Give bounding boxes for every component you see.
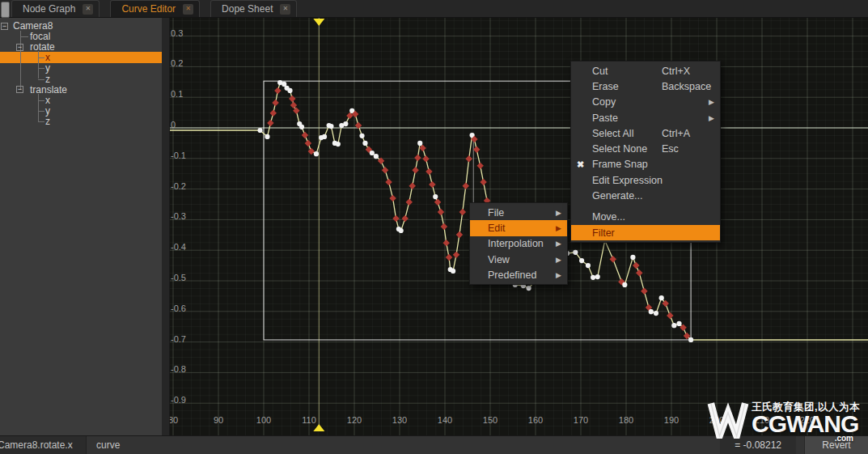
- keyframe-point-selected[interactable]: [274, 87, 281, 94]
- keyframe-point[interactable]: [659, 295, 664, 300]
- keyframe-point[interactable]: [328, 124, 333, 129]
- keyframe-point[interactable]: [671, 323, 676, 328]
- tree-item-rotate[interactable]: rotate: [30, 41, 55, 53]
- keyframe-point-selected[interactable]: [459, 209, 466, 215]
- tree-scrollbar-track[interactable]: [162, 18, 170, 435]
- keyframe-point-selected[interactable]: [302, 132, 308, 138]
- keyframe-point[interactable]: [622, 282, 627, 287]
- menu-item-view[interactable]: View▶: [470, 252, 567, 267]
- keyframe-point[interactable]: [433, 194, 438, 199]
- keyframe-point-selected[interactable]: [401, 215, 408, 222]
- menu-item-filter[interactable]: Filter: [571, 225, 720, 240]
- menu-item-file[interactable]: File▶: [470, 205, 567, 220]
- keyframe-point-selected[interactable]: [456, 231, 463, 238]
- menu-item-interpolation[interactable]: Interpolation▶: [470, 236, 567, 252]
- keyframe-point-selected[interactable]: [422, 155, 429, 162]
- keyframe-point-selected[interactable]: [633, 262, 639, 269]
- keyframe-point[interactable]: [287, 88, 292, 93]
- tree-item-z[interactable]: z: [45, 116, 50, 127]
- tree-item-x[interactable]: x: [45, 95, 50, 106]
- keyframe-point[interactable]: [399, 228, 404, 233]
- keyframe-point[interactable]: [359, 134, 364, 138]
- menu-item-edit-expression[interactable]: Edit Expression: [571, 172, 720, 188]
- keyframe-point-selected[interactable]: [446, 254, 452, 261]
- menu-item-cut[interactable]: CutCtrl+X: [571, 63, 720, 78]
- tree-item-translate[interactable]: translate: [30, 84, 67, 95]
- tab-curve-editor[interactable]: Curve Editor✕: [110, 0, 200, 17]
- menu-item-label: Move...: [571, 211, 625, 223]
- keyframe-point[interactable]: [586, 263, 591, 268]
- tab-dope-sheet[interactable]: Dope Sheet✕: [210, 0, 297, 17]
- keyframe-point[interactable]: [527, 286, 531, 291]
- tree-expander-minus-icon[interactable]: −: [1, 23, 8, 30]
- playhead-marker-top[interactable]: [313, 19, 324, 26]
- keyframe-point-selected[interactable]: [392, 215, 399, 222]
- keyframe-point[interactable]: [451, 269, 455, 274]
- tab-close-icon[interactable]: ✕: [183, 4, 193, 15]
- keyframe-point[interactable]: [370, 151, 375, 155]
- menu-item-predefined[interactable]: Predefined▶: [470, 267, 567, 282]
- keyframe-point-selected[interactable]: [667, 312, 673, 319]
- keyframe-point-selected[interactable]: [465, 155, 472, 162]
- keyframe-point-selected[interactable]: [414, 155, 421, 161]
- tab-label: Dope Sheet: [222, 3, 273, 15]
- keyframe-point-selected[interactable]: [610, 256, 616, 262]
- menu-item-edit[interactable]: Edit▶: [470, 220, 567, 235]
- tree-expander-minus-icon[interactable]: −: [16, 86, 23, 93]
- tree-item-focal[interactable]: focal: [30, 31, 50, 42]
- current-curve-name-box[interactable]: Camera8.rotate.x: [0, 436, 87, 454]
- pane-corner-widget[interactable]: [1, 2, 10, 18]
- keyframe-point[interactable]: [676, 321, 681, 326]
- menu-item-frame-snap[interactable]: ✖Frame Snap: [571, 157, 720, 172]
- tree-item-z[interactable]: z: [45, 74, 50, 85]
- keyframe-point[interactable]: [630, 255, 635, 260]
- keyframe-point[interactable]: [579, 258, 584, 263]
- tree-item-y[interactable]: y: [45, 105, 50, 117]
- tab-close-icon[interactable]: ✕: [83, 4, 93, 15]
- keyframe-point-selected[interactable]: [442, 240, 449, 246]
- keyframe-point[interactable]: [343, 121, 348, 126]
- keyframe-point-selected[interactable]: [270, 110, 277, 117]
- keyframe-point-selected[interactable]: [409, 183, 415, 189]
- tree-expander-minus-icon[interactable]: −: [16, 44, 23, 51]
- keyframe-point-selected[interactable]: [305, 140, 311, 146]
- keyframe-point[interactable]: [362, 141, 367, 146]
- keyframe-point[interactable]: [591, 275, 595, 280]
- keyframe-point[interactable]: [336, 142, 341, 146]
- tab-node-graph[interactable]: Node Graph✕: [11, 0, 100, 17]
- keyframe-point[interactable]: [595, 274, 600, 279]
- playhead-marker-bottom[interactable]: [313, 424, 324, 431]
- tab-close-icon[interactable]: ✕: [280, 4, 290, 15]
- keyframe-point[interactable]: [688, 337, 693, 342]
- menu-item-generate[interactable]: Generate...: [571, 188, 720, 203]
- keyframe-point[interactable]: [314, 151, 319, 156]
- keyframe-point[interactable]: [654, 311, 658, 316]
- keyframe-point-selected[interactable]: [438, 209, 444, 215]
- keyframe-point-selected[interactable]: [476, 163, 483, 169]
- menu-item-erase[interactable]: EraseBackspace: [571, 78, 720, 94]
- keyframe-point-selected[interactable]: [636, 269, 642, 276]
- menu-item-select-all[interactable]: Select AllCtrl+A: [571, 125, 720, 141]
- keyframe-point[interactable]: [573, 250, 578, 255]
- keyframe-point[interactable]: [374, 154, 379, 159]
- keyframe-point-selected[interactable]: [429, 181, 435, 188]
- tree-item-camera8[interactable]: Camera8: [13, 20, 53, 32]
- menu-item-label: Copy: [571, 96, 616, 108]
- menu-item-copy[interactable]: Copy▶: [571, 95, 720, 110]
- keyframe-point[interactable]: [417, 141, 422, 146]
- keyframe-point[interactable]: [265, 134, 269, 139]
- keyframe-point[interactable]: [322, 134, 327, 139]
- menu-item-move[interactable]: Move...: [571, 210, 720, 225]
- keyframe-point[interactable]: [299, 125, 304, 129]
- tree-item-x-selected[interactable]: x: [45, 52, 50, 63]
- menu-item-paste[interactable]: Paste▶: [571, 110, 720, 125]
- tree-item-y[interactable]: y: [45, 62, 50, 74]
- keyframe-point-selected[interactable]: [473, 146, 480, 153]
- keyframe-point-selected[interactable]: [289, 95, 295, 102]
- keyframe-point-selected[interactable]: [441, 223, 447, 230]
- keyframe-point[interactable]: [649, 309, 654, 314]
- keyframe-point-selected[interactable]: [382, 167, 388, 173]
- keyframe-point-selected[interactable]: [385, 179, 392, 185]
- menu-item-select-none[interactable]: Select NoneEsc: [571, 141, 720, 156]
- keyframe-point[interactable]: [257, 128, 262, 133]
